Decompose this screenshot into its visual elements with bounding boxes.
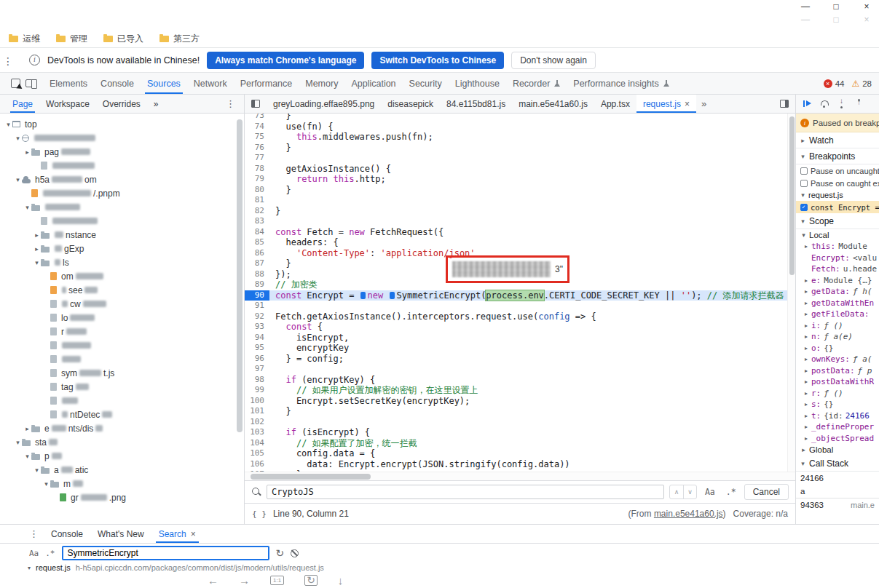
- tab-performance[interactable]: Performance: [234, 73, 299, 94]
- call-stack-frame[interactable]: 24166: [796, 472, 879, 485]
- file-tab-diseasepick[interactable]: diseasepick: [381, 95, 440, 113]
- more-tabs-icon[interactable]: »: [147, 95, 165, 113]
- tree-item[interactable]: ▾m: [0, 477, 244, 490]
- code-line[interactable]: 90const Encrypt = new SymmetricEncrypt(p…: [245, 290, 795, 301]
- code-line[interactable]: 103 if (isEncrypt) {: [245, 427, 795, 438]
- file-tab-app-tsx[interactable]: App.tsx: [594, 95, 636, 113]
- code-line[interactable]: 100 Encrypt.setSecretKey(encryptKey);: [245, 396, 795, 407]
- switch-devtools-chinese-button[interactable]: Switch DevTools to Chinese: [371, 52, 504, 69]
- match-case-toggle[interactable]: Aa: [702, 485, 718, 498]
- line-number[interactable]: 106: [245, 459, 269, 470]
- window-maximize-icon[interactable]: □: [831, 1, 841, 12]
- file-tab-main-e5e41a60-js[interactable]: main.e5e41a60.js: [512, 95, 594, 113]
- regex-toggle[interactable]: .*: [723, 485, 739, 498]
- tab-elements[interactable]: Elements: [43, 73, 94, 94]
- code-line[interactable]: 99 // 如果用户设置加解密的密钥，在这里设置上: [245, 385, 795, 396]
- source-map-link[interactable]: main.e5e41a60.js: [654, 509, 723, 519]
- scope-entry[interactable]: ▸ownKeys:ƒ a(: [796, 354, 879, 365]
- line-number[interactable]: 78: [245, 164, 269, 175]
- tree-item[interactable]: [0, 352, 244, 366]
- line-number[interactable]: 95: [245, 343, 269, 354]
- line-number[interactable]: 103: [245, 427, 269, 438]
- scope-entry[interactable]: ▸this:Module: [796, 241, 879, 253]
- line-number[interactable]: 93: [245, 322, 269, 333]
- back-icon[interactable]: ←: [208, 575, 218, 586]
- tree-item[interactable]: ▾sta: [0, 435, 244, 449]
- always-match-language-button[interactable]: Always match Chrome's language: [207, 52, 364, 69]
- bookmark-folder[interactable]: 运维: [9, 33, 40, 45]
- rotate-icon[interactable]: ↻: [304, 575, 318, 586]
- scope-entry[interactable]: ▸getFileData:: [796, 309, 879, 320]
- code-line[interactable]: 105 config.data = {: [245, 448, 795, 459]
- tree-item[interactable]: [0, 214, 244, 228]
- line-number[interactable]: 82: [245, 206, 269, 217]
- code-line[interactable]: 75 this.middlewares.push(fn);: [245, 132, 795, 143]
- code-line[interactable]: 73 }: [245, 114, 795, 122]
- regex-toggle[interactable]: .*: [45, 549, 55, 558]
- tree-item[interactable]: ▸pag: [0, 145, 244, 159]
- inline-breakpoint-marker[interactable]: [360, 292, 366, 299]
- drawer-tab-what-s-new[interactable]: What's New: [90, 525, 151, 543]
- editor-vertical-scrollbar[interactable]: [787, 114, 795, 472]
- pause-on-uncaught-row[interactable]: Pause on uncaught exceptions: [796, 164, 879, 177]
- tab-performance-insights[interactable]: Performance insights: [567, 73, 675, 94]
- cancel-button[interactable]: Cancel: [744, 484, 789, 500]
- more-options-icon[interactable]: [3, 55, 13, 67]
- scope-entry[interactable]: ▸s:{}: [796, 399, 879, 410]
- line-number[interactable]: 94: [245, 333, 269, 343]
- line-number[interactable]: 81: [245, 195, 269, 206]
- toggle-navigator-icon[interactable]: [251, 100, 260, 108]
- step-into-icon[interactable]: [837, 99, 847, 108]
- tree-item[interactable]: see: [0, 283, 244, 297]
- call-stack-section-header[interactable]: ▾ Call Stack: [796, 456, 879, 472]
- call-stack-frame[interactable]: a: [796, 485, 879, 498]
- code-line[interactable]: 104 // 如果配置了加密，统一拦截: [245, 438, 795, 449]
- tab-recorder[interactable]: Recorder: [506, 73, 567, 94]
- call-stack-frame[interactable]: 94363main.e: [796, 498, 879, 511]
- one-to-one-icon[interactable]: 1:1: [270, 576, 284, 585]
- tab-application[interactable]: Application: [344, 73, 402, 94]
- line-number[interactable]: 86: [245, 248, 269, 259]
- scope-entry[interactable]: ▸getData:ƒ h(: [796, 286, 879, 298]
- bookmark-folder[interactable]: 管理: [56, 33, 87, 45]
- line-number[interactable]: 102: [245, 417, 269, 428]
- code-line[interactable]: 84const Fetch = new FetchRequest({: [245, 227, 795, 238]
- more-options-icon[interactable]: [226, 98, 244, 109]
- tree-item[interactable]: ▾p: [0, 449, 244, 463]
- code-line[interactable]: 85 headers: {: [245, 237, 795, 248]
- bookmark-folder[interactable]: 已导入: [103, 33, 143, 45]
- code-line[interactable]: 74 use(fn) {: [245, 122, 795, 132]
- watch-section-header[interactable]: ▸ Watch: [796, 132, 879, 148]
- scope-entry[interactable]: ▸n:ƒ a(e): [796, 331, 879, 343]
- code-line[interactable]: 81: [245, 195, 795, 206]
- scope-entry[interactable]: ▸_objectSpread: [796, 433, 879, 445]
- breakpoints-section-header[interactable]: ▾ Breakpoints: [796, 148, 879, 164]
- tree-item[interactable]: ▾h5aom: [0, 172, 244, 186]
- tab-console[interactable]: Console: [94, 73, 141, 94]
- tab-security[interactable]: Security: [403, 73, 449, 94]
- checkbox-checked[interactable]: [800, 204, 808, 211]
- line-number[interactable]: 74: [245, 122, 269, 132]
- scope-section-header[interactable]: ▾ Scope: [796, 213, 879, 229]
- tree-item[interactable]: ntDetec: [0, 408, 244, 421]
- inline-breakpoint-marker[interactable]: [390, 292, 395, 299]
- tree-item[interactable]: ▾aatic: [0, 463, 244, 477]
- code-line[interactable]: 94 isEncrypt,: [245, 333, 795, 343]
- scope-entry[interactable]: ▸_defineProper: [796, 421, 879, 433]
- close-search-tab-icon[interactable]: [191, 529, 196, 539]
- scope-local-header[interactable]: ▾ Local: [796, 229, 879, 241]
- search-input[interactable]: [62, 546, 269, 560]
- tree-item[interactable]: ▾: [0, 131, 244, 145]
- tree-item[interactable]: ▸gExp: [0, 242, 244, 255]
- previous-match-button[interactable]: ∧: [670, 485, 683, 498]
- tree-item[interactable]: ▸nstance: [0, 228, 244, 242]
- line-number[interactable]: 85: [245, 237, 269, 248]
- more-tabs-icon[interactable]: »: [696, 98, 712, 109]
- breakpoint-entry[interactable]: const Encrypt = new SymmetricEncr: [796, 201, 879, 213]
- tree-item[interactable]: [0, 159, 244, 172]
- scope-entry[interactable]: ▸r:ƒ (): [796, 388, 879, 400]
- code-line[interactable]: 82}: [245, 206, 795, 217]
- scope-global-header[interactable]: ▸ Global: [796, 444, 879, 456]
- resume-icon[interactable]: [803, 99, 812, 108]
- tree-item[interactable]: /.pnpm: [0, 186, 244, 200]
